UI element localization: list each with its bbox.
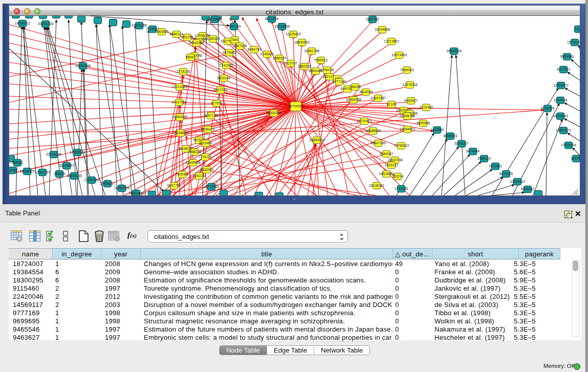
svg-text:8427552: 8427552 — [214, 88, 228, 92]
svg-text:18640910: 18640910 — [294, 40, 310, 44]
svg-text:252214: 252214 — [392, 174, 404, 178]
svg-text:19654923: 19654923 — [400, 127, 415, 131]
svg-text:7357224: 7357224 — [227, 25, 241, 28]
svg-text:8813054: 8813054 — [265, 17, 279, 20]
svg-text:20053346: 20053346 — [75, 64, 91, 68]
svg-text:15751074: 15751074 — [567, 40, 580, 44]
svg-text:12942737: 12942737 — [35, 170, 50, 174]
svg-text:335061: 335061 — [12, 161, 24, 164]
svg-text:16643794: 16643794 — [446, 49, 462, 53]
svg-text:114519: 114519 — [54, 172, 65, 176]
svg-text:7955812: 7955812 — [314, 58, 328, 62]
svg-text:9699695: 9699695 — [417, 121, 430, 125]
svg-text:8471676: 8471676 — [499, 172, 513, 176]
svg-text:16210643: 16210643 — [553, 114, 568, 118]
svg-text:7731120: 7731120 — [199, 155, 212, 159]
svg-text:417005: 417005 — [211, 101, 223, 105]
svg-text:12213369: 12213369 — [172, 85, 187, 89]
svg-text:10107554: 10107554 — [171, 100, 187, 104]
svg-text:9146821: 9146821 — [260, 52, 274, 56]
svg-text:19384554: 19384554 — [309, 138, 324, 142]
svg-text:8454749: 8454749 — [248, 48, 262, 51]
svg-text:11156829: 11156829 — [19, 169, 34, 173]
svg-text:1244418: 1244418 — [554, 98, 568, 102]
svg-text:9227341: 9227341 — [557, 68, 571, 71]
svg-text:6794028: 6794028 — [320, 68, 334, 72]
svg-text:10654112: 10654112 — [510, 180, 525, 183]
svg-text:10973493: 10973493 — [391, 53, 407, 57]
svg-text:30975887: 30975887 — [59, 164, 74, 167]
svg-text:2367608: 2367608 — [233, 44, 247, 48]
svg-text:15720407: 15720407 — [357, 119, 372, 123]
svg-text:15892971: 15892971 — [556, 128, 571, 132]
svg-text:20691406: 20691406 — [38, 22, 53, 26]
svg-text:3498222: 3498222 — [188, 150, 202, 154]
svg-text:19218506: 19218506 — [274, 25, 290, 28]
svg-text:19166825: 19166825 — [173, 131, 188, 135]
svg-text:746266: 746266 — [350, 85, 361, 89]
svg-text:20364436: 20364436 — [346, 98, 361, 101]
svg-text:12505155: 12505155 — [67, 174, 82, 178]
svg-text:8115460: 8115460 — [199, 141, 212, 145]
svg-text:2803144: 2803144 — [217, 76, 231, 80]
svg-text:19958117: 19958117 — [100, 182, 115, 185]
svg-text:8186323: 8186323 — [206, 37, 220, 40]
svg-text:8267130: 8267130 — [204, 114, 218, 117]
svg-text:16033809: 16033809 — [207, 17, 222, 21]
svg-text:1533904: 1533904 — [200, 168, 214, 171]
svg-text:9529966: 9529966 — [560, 55, 574, 58]
svg-text:15136141: 15136141 — [369, 184, 384, 187]
svg-text:11409948: 11409948 — [185, 161, 201, 164]
svg-text:9245652: 9245652 — [521, 187, 535, 191]
svg-text:13716465: 13716465 — [204, 185, 219, 188]
svg-text:19654985: 19654985 — [172, 115, 187, 119]
svg-text:1691144: 1691144 — [192, 174, 206, 178]
svg-text:2718126: 2718126 — [177, 70, 190, 73]
svg-text:9463627: 9463627 — [404, 99, 418, 102]
svg-text:3624554: 3624554 — [359, 90, 373, 94]
svg-text:9536470: 9536470 — [201, 127, 215, 131]
svg-text:8938923: 8938923 — [444, 134, 458, 138]
svg-text:7625402: 7625402 — [176, 172, 189, 176]
svg-text:9777169: 9777169 — [333, 80, 346, 83]
svg-text:16520746: 16520746 — [387, 158, 403, 162]
svg-text:7632621: 7632621 — [489, 164, 503, 168]
svg-text:98961: 98961 — [186, 55, 195, 59]
svg-text:10607487: 10607487 — [371, 96, 386, 100]
svg-text:14055712: 14055712 — [15, 21, 30, 25]
svg-text:70756923: 70756923 — [394, 144, 409, 147]
svg-text:1733426: 1733426 — [395, 187, 408, 190]
svg-text:10688609: 10688609 — [365, 129, 381, 133]
svg-text:17957253: 17957253 — [84, 178, 99, 182]
svg-text:17359924: 17359924 — [70, 150, 85, 154]
svg-text:7663822: 7663822 — [155, 30, 169, 33]
svg-text:9474444: 9474444 — [466, 149, 480, 153]
svg-text:12213967: 12213967 — [384, 39, 399, 43]
svg-text:39154: 39154 — [9, 168, 17, 172]
svg-text:16923446: 16923446 — [128, 191, 144, 195]
svg-text:18724007: 18724007 — [288, 104, 303, 108]
svg-text:11325419: 11325419 — [286, 32, 301, 36]
svg-text:7242845: 7242845 — [220, 63, 233, 67]
svg-text:1440954: 1440954 — [430, 128, 444, 132]
svg-text:1112: 1112 — [575, 27, 580, 31]
svg-text:3875685: 3875685 — [223, 51, 236, 54]
svg-text:16961758: 16961758 — [304, 49, 319, 53]
svg-text:18807249: 18807249 — [371, 141, 386, 145]
svg-text:14495756: 14495756 — [400, 114, 415, 118]
svg-text:7485063: 7485063 — [400, 68, 414, 72]
svg-text:18300295: 18300295 — [266, 111, 281, 115]
svg-text:8215955: 8215955 — [541, 106, 555, 110]
svg-text:16782759: 16782759 — [114, 186, 129, 190]
svg-text:116753: 116753 — [571, 157, 580, 160]
svg-text:546: 546 — [232, 38, 238, 41]
svg-text:6879197: 6879197 — [455, 142, 469, 145]
svg-text:1588520: 1588520 — [273, 56, 287, 60]
svg-text:2087682: 2087682 — [366, 17, 380, 21]
svg-text:1362615: 1362615 — [298, 64, 312, 68]
svg-text:1615112: 1615112 — [385, 163, 398, 167]
svg-text:20206536: 20206536 — [46, 152, 61, 156]
svg-text:16154808: 16154808 — [375, 28, 390, 31]
svg-text:17016504: 17016504 — [561, 143, 576, 147]
svg-text:12975115: 12975115 — [402, 83, 418, 86]
